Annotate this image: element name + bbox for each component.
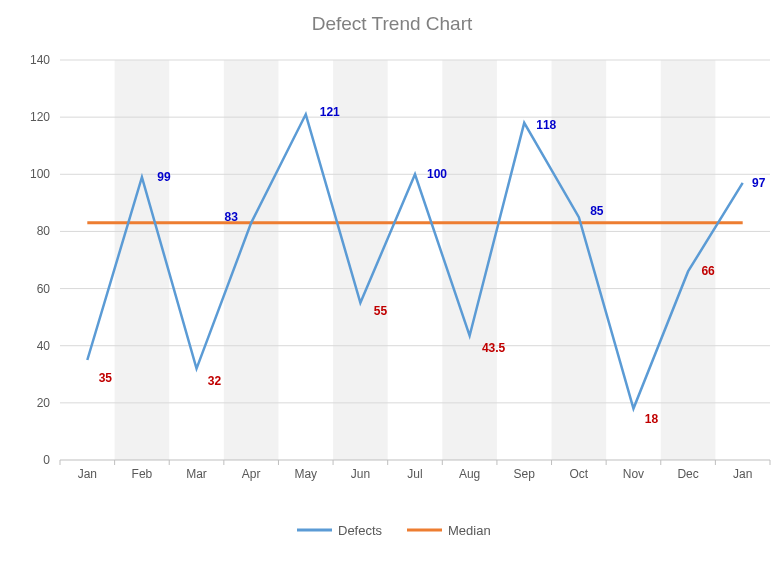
data-label: 43.5 <box>482 341 506 355</box>
data-label: 18 <box>645 412 659 426</box>
x-tick-label: May <box>294 467 317 481</box>
y-tick-label: 140 <box>30 53 50 67</box>
data-label: 121 <box>320 105 340 119</box>
data-label: 85 <box>590 204 604 218</box>
x-tick-label: Nov <box>623 467 644 481</box>
data-label: 99 <box>157 170 171 184</box>
y-tick-label: 80 <box>37 224 51 238</box>
data-label: 100 <box>427 167 447 181</box>
data-label: 118 <box>536 118 556 132</box>
defects-line <box>87 114 742 408</box>
x-tick-label: Apr <box>242 467 261 481</box>
x-tick-label: Jan <box>733 467 752 481</box>
grid-band <box>661 60 716 460</box>
data-label: 55 <box>374 304 388 318</box>
data-label: 97 <box>752 176 766 190</box>
x-tick-label: Dec <box>677 467 698 481</box>
grid-band <box>115 60 170 460</box>
y-tick-label: 100 <box>30 167 50 181</box>
defect-trend-chart: Defect Trend Chart020406080100120140JanF… <box>0 0 784 563</box>
legend-median-label: Median <box>448 523 491 538</box>
x-tick-label: Jan <box>78 467 97 481</box>
chart-title: Defect Trend Chart <box>312 13 473 34</box>
x-tick-label: Feb <box>132 467 153 481</box>
data-label: 66 <box>701 264 715 278</box>
x-tick-label: Jun <box>351 467 370 481</box>
y-tick-label: 60 <box>37 282 51 296</box>
y-tick-label: 20 <box>37 396 51 410</box>
x-tick-label: Jul <box>407 467 422 481</box>
x-tick-label: Mar <box>186 467 207 481</box>
y-tick-label: 120 <box>30 110 50 124</box>
legend-defects-label: Defects <box>338 523 383 538</box>
x-tick-label: Aug <box>459 467 480 481</box>
y-tick-label: 0 <box>43 453 50 467</box>
grid-band <box>224 60 279 460</box>
grid-band <box>552 60 607 460</box>
data-label: 83 <box>224 210 238 224</box>
y-tick-label: 40 <box>37 339 51 353</box>
x-tick-label: Oct <box>570 467 589 481</box>
x-tick-label: Sep <box>514 467 536 481</box>
data-label: 32 <box>208 374 222 388</box>
data-label: 35 <box>99 371 113 385</box>
